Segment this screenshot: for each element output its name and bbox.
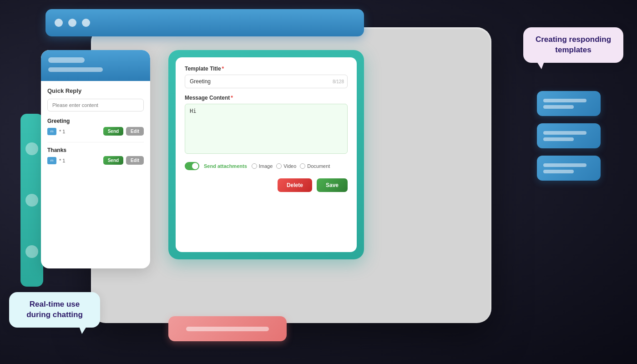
qr-top-bar1 xyxy=(48,57,85,63)
delete-button[interactable]: Delete xyxy=(278,178,312,192)
toggle-knob xyxy=(192,163,198,169)
item-greeting-row: m * 1 Send Edit xyxy=(47,127,144,136)
radio-document-dot xyxy=(300,163,305,169)
radio-image[interactable]: Image xyxy=(252,163,273,169)
browser-topbar xyxy=(46,9,364,36)
item-thanks-icon: m xyxy=(47,157,56,164)
divider-1 xyxy=(47,142,144,142)
content-textarea[interactable]: Hi xyxy=(185,104,348,154)
template-title-input[interactable] xyxy=(185,75,348,88)
browser-dot-2 xyxy=(68,19,76,27)
attachments-label: Send attachments xyxy=(204,163,247,169)
radio-image-label: Image xyxy=(259,163,273,169)
radio-image-dot xyxy=(252,163,257,169)
bubble-bottom-left-text: Real-time use during chatting xyxy=(19,299,90,320)
quick-reply-panel: Quick Reply Greeting m * 1 Send Edit Tha… xyxy=(41,50,150,268)
decor-panel-3 xyxy=(537,156,601,181)
accent-circle-3 xyxy=(25,245,38,258)
save-button[interactable]: Save xyxy=(317,178,348,192)
pink-bar-inner xyxy=(186,327,269,331)
content-textarea-wrapper: Hi xyxy=(185,104,348,156)
accent-circle-2 xyxy=(25,194,38,207)
item-thanks-row: m * 1 Send Edit xyxy=(47,156,144,165)
quick-reply-item-greeting: Greeting m * 1 Send Edit xyxy=(47,118,144,136)
content-label: Message Content* xyxy=(185,95,348,101)
item-greeting-name: Greeting xyxy=(47,118,144,124)
decor-bar-3a xyxy=(543,163,586,167)
decor-panel-1 xyxy=(537,91,601,116)
attachment-types: Image Video Document xyxy=(252,163,330,169)
decor-bar-2b xyxy=(543,137,574,141)
radio-document[interactable]: Document xyxy=(300,163,330,169)
accent-circle-1 xyxy=(25,142,38,155)
bubble-top-right: Creating responding templates xyxy=(523,27,623,63)
template-form: Template Title* 8/128 Message Content* H… xyxy=(176,57,357,252)
bubble-top-right-text: Creating responding templates xyxy=(533,35,613,56)
quick-reply-input[interactable] xyxy=(47,99,144,111)
bubble-bottom-left: Real-time use during chatting xyxy=(9,292,100,328)
decor-bar-3b xyxy=(543,170,574,173)
attachments-toggle[interactable] xyxy=(185,162,199,170)
form-actions: Delete Save xyxy=(185,178,348,192)
attachments-row: Send attachments Image Video Document xyxy=(185,162,348,170)
left-accent-strip xyxy=(20,114,43,287)
item-greeting-icon: m xyxy=(47,128,56,135)
thanks-send-button[interactable]: Send xyxy=(103,156,123,165)
item-thanks-count: * 1 xyxy=(59,158,101,163)
quick-reply-item-thanks: Thanks m * 1 Send Edit xyxy=(47,147,144,165)
bottom-pink-bar xyxy=(168,316,287,341)
item-thanks-name: Thanks xyxy=(47,147,144,153)
decor-panel-2 xyxy=(537,123,601,148)
decor-bar-1b xyxy=(543,105,574,109)
qr-top-bar2 xyxy=(48,67,103,72)
template-panel: Template Title* 8/128 Message Content* H… xyxy=(168,50,364,259)
quick-reply-title: Quick Reply xyxy=(47,87,144,94)
greeting-edit-button[interactable]: Edit xyxy=(126,127,144,136)
title-counter: 8/128 xyxy=(333,79,344,84)
browser-dot-1 xyxy=(55,19,63,27)
template-title-label: Template Title* xyxy=(185,66,348,72)
item-greeting-count: * 1 xyxy=(59,129,101,134)
quick-reply-top xyxy=(41,50,150,81)
radio-video-dot xyxy=(276,163,282,169)
decor-bar-2a xyxy=(543,131,586,135)
greeting-send-button[interactable]: Send xyxy=(103,127,123,136)
radio-document-label: Document xyxy=(307,163,330,169)
right-decorative-panels xyxy=(537,91,601,181)
radio-video[interactable]: Video xyxy=(276,163,296,169)
decor-bar-1a xyxy=(543,99,586,102)
template-title-wrapper: 8/128 xyxy=(185,75,348,88)
radio-video-label: Video xyxy=(283,163,296,169)
thanks-edit-button[interactable]: Edit xyxy=(126,156,144,165)
browser-dot-3 xyxy=(82,19,90,27)
